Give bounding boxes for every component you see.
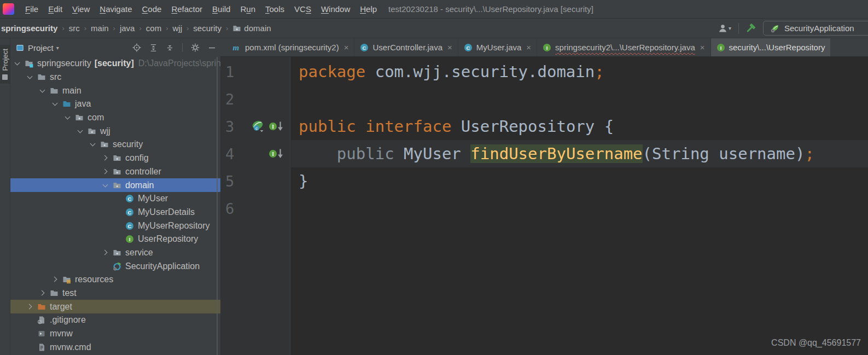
tree-item-wjj[interactable]: wjj (10, 124, 220, 138)
menu-vcs[interactable]: VCS (289, 0, 316, 18)
tree-item-myuserdetails[interactable]: CMyUserDetails (10, 206, 220, 219)
tree-item-mvnw-cmd[interactable]: mvnw.cmd (10, 340, 220, 354)
breadcrumb-item-java[interactable]: java (120, 24, 135, 33)
chevron-expanded-icon[interactable] (64, 114, 72, 121)
breadcrumb-item-src[interactable]: src (69, 24, 80, 33)
menu-tools[interactable]: Tools (260, 0, 289, 18)
tree-item-target[interactable]: target (10, 300, 220, 313)
implementers-icon[interactable]: I (268, 147, 284, 160)
line-number[interactable]: 1 (220, 63, 239, 80)
implementers-icon[interactable]: I (268, 120, 284, 133)
tab-usercontroller-java[interactable]: CUserController.java× (354, 38, 458, 56)
menu-refactor[interactable]: Refactor (166, 0, 207, 18)
user-profile-icon[interactable] (718, 24, 728, 33)
chevron-expanded-icon[interactable] (26, 73, 34, 81)
tree-item-securityapplication[interactable]: SecurityApplication (10, 259, 220, 273)
menu-build[interactable]: Build (207, 0, 235, 18)
hide-panel-icon[interactable] (208, 44, 216, 52)
line-number[interactable]: 4 (220, 146, 239, 162)
code-text[interactable]: } (291, 167, 868, 195)
chevron-collapsed-icon[interactable] (26, 303, 34, 311)
close-icon[interactable]: × (700, 43, 705, 51)
menu-edit[interactable]: Edit (43, 0, 67, 18)
menu-file[interactable]: File (20, 0, 43, 18)
code-text[interactable]: package com.wjj.security.domain; (291, 58, 868, 85)
tree-item-com[interactable]: com (10, 111, 220, 125)
line-number[interactable]: 2 (220, 91, 239, 108)
tab-springsecurity2-userrepository-java[interactable]: Ispringsecurity2\...\UserRepository.java… (537, 38, 710, 56)
close-icon[interactable]: × (526, 43, 531, 51)
interface-icon: I (125, 235, 134, 243)
stripe-tab-project[interactable]: Project (0, 45, 10, 84)
chevron-collapsed-icon[interactable] (39, 289, 47, 297)
tree-item-gitignore[interactable]: .gitignore (10, 313, 220, 327)
chevron-collapsed-icon[interactable] (51, 276, 60, 283)
line-number[interactable]: 6 (220, 200, 239, 217)
breadcrumb-item-security[interactable]: security (193, 24, 222, 33)
code-line-6[interactable]: 6 (220, 195, 868, 222)
menu-run[interactable]: Run (235, 0, 260, 18)
breadcrumb-item-com[interactable]: com (146, 24, 161, 33)
code-text[interactable] (291, 85, 868, 113)
expand-all-icon[interactable] (149, 44, 158, 52)
settings-gear-icon[interactable] (191, 43, 200, 52)
menu-code[interactable]: Code (137, 0, 167, 18)
code-line-4[interactable]: 4I public MyUser findUserByUsername(Stri… (220, 140, 868, 167)
tree-item-myuserrepository[interactable]: CMyUserRepository (10, 219, 220, 232)
code-text[interactable]: public MyUser findUserByUsername(String … (291, 140, 868, 167)
tree-item-myuser[interactable]: CMyUser (10, 192, 220, 206)
tree-item-service[interactable]: service (10, 246, 220, 260)
code-line-3[interactable]: 3cIpublic interface UserRepository { (220, 113, 868, 140)
code-line-5[interactable]: 5} (220, 167, 868, 195)
tree-item-src[interactable]: src (10, 71, 220, 84)
chevron-expanded-icon[interactable] (14, 60, 22, 67)
line-number[interactable]: 5 (220, 173, 239, 190)
tree-item-security[interactable]: security (10, 138, 220, 152)
menu-view[interactable]: View (67, 0, 95, 18)
breadcrumb-item-springsecurity[interactable]: springsecurity (1, 24, 57, 33)
chevron-expanded-icon[interactable] (77, 127, 85, 135)
close-icon[interactable]: × (447, 43, 452, 51)
spring-bean-icon[interactable]: c (251, 120, 266, 133)
chevron-expanded-icon[interactable] (39, 87, 47, 95)
breadcrumb-item-main[interactable]: main (91, 24, 109, 33)
chevron-collapsed-icon[interactable] (102, 249, 110, 257)
breadcrumb-item-wjj[interactable]: wjj (172, 24, 182, 33)
tree-item-springsecurity[interactable]: springsecurity[security]D:\JavaProjects\… (10, 57, 220, 71)
tree-scrollbar[interactable] (217, 57, 218, 355)
tab-myuser-java[interactable]: CMyUser.java× (458, 38, 537, 56)
chevron-collapsed-icon[interactable] (102, 154, 110, 162)
tree-item-controller[interactable]: controller (10, 165, 220, 179)
chevron-expanded-icon[interactable] (89, 141, 97, 148)
tree-item-java[interactable]: java (10, 97, 220, 111)
chevron-expanded-icon[interactable] (102, 182, 110, 189)
collapse-all-icon[interactable] (166, 44, 174, 52)
tree-item-config[interactable]: config (10, 152, 220, 165)
menu-help[interactable]: Help (355, 0, 382, 18)
build-hammer-icon[interactable] (745, 23, 756, 34)
code-text[interactable]: public interface UserRepository { (291, 113, 868, 140)
tree-item-mvnw[interactable]: mvnw (10, 327, 220, 341)
run-configuration-selector[interactable]: SecurityApplication (763, 21, 868, 36)
tree-item-domain[interactable]: domain (10, 178, 220, 192)
tree-item-userrepository[interactable]: IUserRepository (10, 232, 220, 246)
code-line-1[interactable]: 1package com.wjj.security.domain; (220, 58, 868, 85)
chevron-collapsed-icon[interactable] (102, 168, 110, 176)
line-number[interactable]: 3 (220, 118, 239, 135)
editor-body[interactable]: 1package com.wjj.security.domain;23cIpub… (220, 57, 868, 355)
menu-navigate[interactable]: Navigate (95, 0, 137, 18)
tree-item-resources[interactable]: resources (10, 273, 220, 287)
tree-item-main[interactable]: main (10, 84, 220, 97)
locate-file-icon[interactable] (132, 43, 141, 52)
chevron-expanded-icon[interactable] (51, 100, 60, 108)
chevron-down-icon[interactable]: ▾ (56, 45, 59, 51)
tree-item-test[interactable]: test (10, 287, 220, 300)
code-line-2[interactable]: 2 (220, 85, 868, 113)
tab-pom-xml-springsecurity2[interactable]: mpom.xml (springsecurity2)× (227, 38, 354, 56)
breadcrumb-item-domain[interactable]: domain (232, 24, 271, 33)
menu-window[interactable]: Window (316, 0, 355, 18)
close-icon[interactable]: × (344, 43, 349, 51)
project-panel-title[interactable]: Project (28, 43, 54, 53)
code-text[interactable] (291, 195, 868, 222)
tab-security-userrepository[interactable]: Isecurity\...\UserRepository (711, 38, 831, 56)
